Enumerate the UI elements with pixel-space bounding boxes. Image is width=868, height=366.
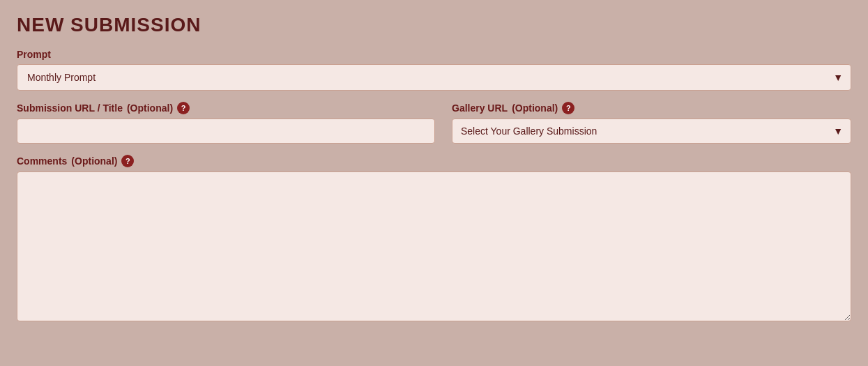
comments-help-icon[interactable]: ?	[121, 155, 134, 167]
gallery-select-wrapper: Select Your Gallery Submission ▼	[452, 119, 851, 144]
gallery-url-help-icon[interactable]: ?	[562, 102, 574, 114]
prompt-select-wrapper: Monthly Prompt ▼	[17, 64, 851, 91]
submission-url-help-icon[interactable]: ?	[177, 102, 190, 114]
comments-textarea[interactable]	[17, 171, 851, 321]
page-title: NEW SUBMISSION	[17, 14, 851, 36]
comments-label: Comments (Optional) ?	[17, 155, 851, 167]
prompt-label: Prompt	[17, 49, 851, 60]
submission-url-section: Submission URL / Title (Optional) ?	[17, 102, 435, 144]
comments-section: Comments (Optional) ?	[17, 155, 851, 324]
gallery-url-label: Gallery URL (Optional) ?	[452, 102, 851, 114]
url-fields-row: Submission URL / Title (Optional) ? Gall…	[17, 102, 851, 144]
submission-url-input[interactable]	[17, 119, 435, 144]
prompt-section: Prompt Monthly Prompt ▼	[17, 49, 851, 91]
gallery-url-section: Gallery URL (Optional) ? Select Your Gal…	[452, 102, 851, 144]
submission-url-label: Submission URL / Title (Optional) ?	[17, 102, 435, 114]
gallery-url-select[interactable]: Select Your Gallery Submission	[452, 119, 851, 144]
prompt-select[interactable]: Monthly Prompt	[17, 64, 851, 91]
